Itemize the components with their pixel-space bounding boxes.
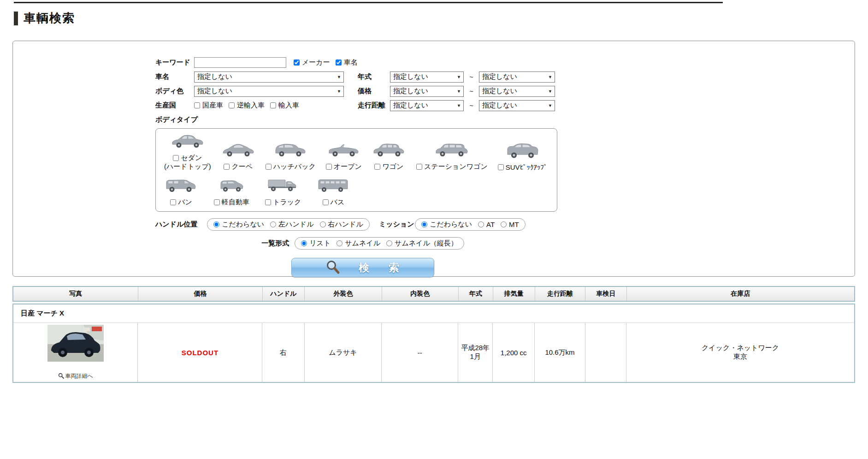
bodytype-bus[interactable]: バス: [317, 177, 350, 207]
van-icon: [164, 177, 198, 194]
year-to-select[interactable]: 指定しない ▼: [479, 72, 555, 83]
price-label: 価格: [358, 87, 390, 95]
country-reimport-checkbox[interactable]: 逆輸入車: [229, 101, 265, 110]
country-import-checkbox-input[interactable]: [270, 102, 276, 108]
carname-label: 車名: [155, 72, 194, 81]
country-mileage-row: 生産国 国産車 逆輸入車 輸入車 走行距離: [155, 100, 570, 111]
bodytype-sedan[interactable]: セダン (ハードトップ): [164, 132, 211, 171]
bodytype-coupe[interactable]: クーペ: [221, 141, 255, 171]
bodytype-sedan-checkbox[interactable]: [173, 155, 179, 161]
bodytype-suv[interactable]: SUVﾋﾟｯｸｱｯﾌﾟ: [498, 142, 548, 171]
col-header-year: 年式: [458, 287, 493, 301]
carname-year-row: 車名 指定しない ▼ 年式 指定しない ▼ ~ 指定しない ▼: [155, 71, 570, 83]
transmission-at-radio-input[interactable]: [478, 221, 484, 227]
search-button-label-2: 索: [389, 261, 400, 275]
list-format-thumb-radio-input[interactable]: [337, 240, 342, 246]
carname-select[interactable]: 指定しない ▼: [194, 72, 344, 83]
bodytype-open[interactable]: オープン: [326, 141, 362, 171]
steering-left-radio-input[interactable]: [270, 221, 276, 227]
bodytype-stationwagon[interactable]: ステーションワゴン: [416, 141, 488, 171]
title-accent-bar: [14, 12, 18, 25]
bodytype-stationwagon-checkbox[interactable]: [416, 164, 422, 170]
bodytype-kei[interactable]: 軽自動車: [214, 177, 249, 207]
mileage-from-select[interactable]: 指定しない ▼: [390, 100, 464, 111]
kei-car-icon: [216, 177, 248, 194]
list-format-list-radio[interactable]: リスト: [301, 239, 331, 248]
steering-any-radio-input[interactable]: [213, 221, 219, 227]
bodytype-suv-checkbox[interactable]: [498, 164, 504, 170]
country-domestic-checkbox-input[interactable]: [194, 102, 200, 108]
mileage-to-select[interactable]: 指定しない ▼: [479, 100, 555, 111]
country-reimport-checkbox-input[interactable]: [229, 102, 235, 108]
country-label: 生産国: [155, 101, 194, 110]
bodycolor-select[interactable]: 指定しない ▼: [194, 86, 344, 97]
bodytype-truck-checkbox[interactable]: [265, 199, 271, 205]
keyword-label: キーワード: [155, 58, 194, 67]
steering-left-radio[interactable]: 左ハンドル: [270, 220, 313, 229]
bodytype-row-2: バン 軽自動車 トラック: [164, 177, 551, 207]
steering-any-radio[interactable]: こだわらない: [213, 220, 264, 229]
detail-link[interactable]: 車両詳細へ: [58, 372, 93, 380]
station-wagon-icon: [435, 141, 469, 159]
steering-right-radio-input[interactable]: [320, 221, 326, 227]
chevron-down-icon: ▼: [548, 75, 552, 79]
keyword-carname-label: 車名: [344, 58, 358, 67]
transmission-at-radio[interactable]: AT: [478, 221, 495, 228]
col-header-handle: ハンドル: [262, 287, 304, 301]
bodytype-wagon-checkbox[interactable]: [374, 164, 380, 170]
bodytype-truck[interactable]: トラック: [265, 177, 301, 207]
country-import-checkbox[interactable]: 輸入車: [270, 101, 299, 110]
transmission-mt-radio[interactable]: MT: [501, 221, 519, 228]
bodytype-bus-checkbox[interactable]: [323, 199, 329, 205]
hatchback-icon: [273, 141, 307, 159]
store-cell: クイック・ネットワーク 東京: [626, 323, 854, 382]
year-from-select[interactable]: 指定しない ▼: [390, 72, 464, 83]
price-from-select[interactable]: 指定しない ▼: [390, 86, 464, 97]
country-group: 国産車 逆輸入車 輸入車: [194, 101, 344, 110]
list-format-thumb-tall-radio[interactable]: サムネイル（縦長）: [386, 239, 458, 248]
result-title: 日産 マーチ X: [13, 304, 854, 323]
price-to-select[interactable]: 指定しない ▼: [479, 86, 555, 97]
list-format-thumb-radio[interactable]: サムネイル: [337, 239, 380, 248]
bodytype-van[interactable]: バン: [164, 177, 198, 207]
bodytype-open-checkbox[interactable]: [326, 164, 332, 170]
list-format-label: 一覧形式: [261, 239, 289, 248]
bodytype-coupe-checkbox[interactable]: [224, 164, 230, 170]
keyword-carname-checkbox[interactable]: 車名: [336, 58, 358, 67]
mileage-label: 走行距離: [358, 101, 390, 110]
transmission-label: ミッション: [379, 220, 415, 229]
wagon-icon: [372, 141, 406, 159]
bodytype-wagon[interactable]: ワゴン: [372, 141, 406, 171]
keyword-maker-checkbox[interactable]: メーカー: [294, 58, 330, 67]
country-domestic-checkbox[interactable]: 国産車: [194, 101, 223, 110]
coupe-icon: [221, 141, 255, 159]
transmission-any-radio[interactable]: こだわらない: [421, 220, 472, 229]
car-photo[interactable]: [47, 325, 104, 362]
list-format-list-radio-input[interactable]: [301, 240, 307, 246]
bodytype-hatchback[interactable]: ハッチバック: [266, 141, 316, 171]
year-label: 年式: [358, 72, 390, 81]
transmission-mt-radio-input[interactable]: [501, 221, 507, 227]
search-form: キーワード メーカー 車名 車名 指定しない ▼: [155, 41, 570, 277]
interior-color-cell: --: [382, 323, 458, 382]
bodytype-van-checkbox[interactable]: [170, 199, 176, 205]
magnifier-icon: [58, 373, 64, 380]
bodycolor-select-value: 指定しない: [197, 87, 232, 95]
bodytype-hatchback-checkbox[interactable]: [266, 164, 272, 170]
bodytype-kei-checkbox[interactable]: [214, 199, 220, 205]
price-cell: SOLDOUT: [138, 323, 262, 382]
list-format-thumb-tall-radio-input[interactable]: [386, 240, 392, 246]
vehicle-search-page: 車輌検索 キーワード メーカー 車名 車名: [0, 0, 868, 459]
bodytype-box: セダン (ハードトップ) クーペ ハッチバック: [155, 128, 557, 212]
keyword-input[interactable]: [194, 57, 286, 68]
keyword-maker-checkbox-input[interactable]: [294, 60, 300, 66]
keyword-carname-checkbox-input[interactable]: [336, 60, 342, 66]
bodycolor-label: ボディ色: [155, 87, 194, 95]
steering-right-radio[interactable]: 右ハンドル: [320, 220, 363, 229]
search-button[interactable]: 検 索: [291, 258, 434, 277]
inspection-date-cell: [585, 323, 626, 382]
chevron-down-icon: ▼: [457, 75, 461, 79]
transmission-any-radio-input[interactable]: [421, 221, 427, 227]
keyword-scope-group: メーカー 車名: [294, 58, 358, 67]
year-cell: 平成28年 1月: [458, 323, 493, 382]
